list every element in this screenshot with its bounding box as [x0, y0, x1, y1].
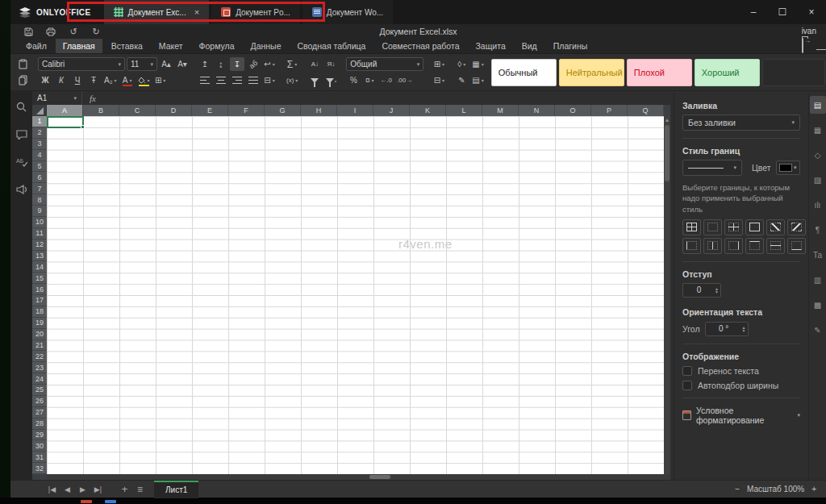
conditional-formatting-button[interactable]: Условное форматирование ▾: [682, 406, 800, 425]
search-button[interactable]: [16, 102, 27, 112]
menu-tab-Вид[interactable]: Вид: [515, 39, 544, 53]
menu-tab-Вставка[interactable]: Вставка: [104, 39, 150, 53]
tab-close-icon[interactable]: ×: [194, 7, 199, 17]
border-top-button[interactable]: [745, 238, 764, 254]
menu-tab-Защита[interactable]: Защита: [469, 39, 513, 53]
pivot-settings-button[interactable]: ▩: [810, 296, 826, 314]
select-all-corner[interactable]: [32, 105, 47, 116]
comments-button[interactable]: [16, 130, 27, 140]
column-header-O[interactable]: O: [555, 105, 591, 116]
doc-tab[interactable]: Документ Po...: [211, 0, 300, 24]
sort-descending-button[interactable]: Я↓: [323, 57, 338, 71]
sort-ascending-button[interactable]: А↓: [307, 57, 322, 71]
spinner-arrows-icon[interactable]: ▲▼: [742, 326, 748, 332]
menu-tab-Макет[interactable]: Макет: [152, 39, 190, 53]
vertical-scroll-thumb[interactable]: [665, 125, 670, 181]
border-line-style-select[interactable]: ▾: [682, 160, 742, 176]
orientation-button[interactable]: аб: [246, 57, 261, 71]
row-header-31[interactable]: 31: [32, 452, 47, 463]
chart-settings-button[interactable]: ılı: [810, 196, 826, 214]
column-header-D[interactable]: D: [156, 105, 192, 116]
minimize-button[interactable]: –: [739, 0, 768, 24]
row-header-4[interactable]: 4: [32, 150, 47, 161]
table-style-button[interactable]: ▤: [470, 73, 485, 87]
border-right-button[interactable]: [724, 238, 743, 254]
sheet-tab[interactable]: Лист1: [154, 481, 198, 498]
increase-font-button[interactable]: А▴: [159, 57, 173, 71]
border-ihorz-button[interactable]: [766, 238, 785, 254]
row-header-12[interactable]: 12: [32, 240, 47, 251]
border-none-button[interactable]: [703, 219, 722, 235]
sheet-list-button[interactable]: ≡: [132, 484, 148, 495]
clear-filter-button[interactable]: ₓ: [323, 73, 338, 87]
borders-button[interactable]: ⊞: [153, 73, 168, 87]
cell-style-Нейтральный[interactable]: Нейтральный: [559, 59, 624, 86]
row-header-8[interactable]: 8: [32, 194, 47, 206]
border-inside-button[interactable]: [724, 219, 743, 235]
close-button[interactable]: ×: [797, 0, 826, 24]
doc-tab[interactable]: Документ Wo...: [302, 0, 393, 24]
row-header-29[interactable]: 29: [32, 430, 47, 441]
zoom-out-button[interactable]: −: [735, 485, 740, 494]
fill-color-button[interactable]: [136, 73, 152, 87]
doc-tab[interactable]: Документ Exc...×: [104, 0, 210, 24]
row-header-11[interactable]: 11: [32, 228, 47, 240]
row-header-21[interactable]: 21: [32, 340, 47, 352]
number-format-select[interactable]: Общий▾: [346, 57, 423, 71]
spellcheck-button[interactable]: АБ: [16, 157, 27, 167]
decrease-decimal-button[interactable]: ←.0: [378, 73, 394, 87]
fill-handle[interactable]: [81, 125, 85, 129]
column-header-H[interactable]: H: [301, 105, 337, 116]
open-file-location-button[interactable]: [802, 39, 803, 53]
align-middle-button[interactable]: ↨: [214, 57, 228, 71]
border-diag-down-button[interactable]: [787, 219, 806, 235]
first-sheet-button[interactable]: |◀: [44, 485, 60, 494]
insert-cells-button[interactable]: ⊞: [432, 57, 446, 71]
image-settings-button[interactable]: ▨: [810, 171, 826, 189]
maximize-button[interactable]: ☐: [768, 0, 797, 24]
column-header-M[interactable]: M: [482, 105, 519, 116]
save-button[interactable]: [19, 25, 38, 38]
menu-tab-Совместная работа[interactable]: Совместная работа: [374, 39, 466, 53]
print-button[interactable]: [41, 25, 60, 38]
subscript-button[interactable]: А₂: [102, 73, 119, 87]
checkbox[interactable]: [682, 381, 692, 390]
row-header-2[interactable]: 2: [32, 127, 47, 139]
bold-button[interactable]: Ж: [38, 73, 52, 87]
column-header-E[interactable]: E: [192, 105, 228, 116]
clear-button[interactable]: ◊: [454, 57, 469, 71]
font-name-select[interactable]: Calibri▾: [38, 57, 125, 71]
format-painter-button[interactable]: ✎: [454, 73, 469, 87]
row-header-5[interactable]: 5: [32, 161, 47, 173]
shape-settings-button[interactable]: ◇: [810, 146, 826, 164]
autosum-button[interactable]: Σ: [285, 57, 299, 71]
column-header-N[interactable]: N: [519, 105, 555, 116]
paste-button[interactable]: [15, 57, 30, 71]
border-all-button[interactable]: [682, 219, 701, 235]
row-header-32[interactable]: 32: [32, 463, 47, 474]
last-sheet-button[interactable]: ▶|: [90, 485, 106, 494]
column-header-Q[interactable]: Q: [628, 105, 664, 116]
row-header-20[interactable]: 20: [32, 329, 47, 340]
row-header-18[interactable]: 18: [32, 306, 47, 318]
next-sheet-button[interactable]: ▶: [75, 485, 90, 494]
row-header-13[interactable]: 13: [32, 251, 47, 262]
spinner-arrows-icon[interactable]: ▲▼: [715, 287, 720, 294]
row-header-10[interactable]: 10: [32, 217, 47, 228]
accounting-style-button[interactable]: ¤: [362, 73, 377, 87]
insert-function-button[interactable]: fx: [82, 94, 103, 103]
row-header-25[interactable]: 25: [32, 385, 47, 396]
font-color-button[interactable]: А: [120, 73, 135, 87]
align-top-button[interactable]: ↥: [198, 57, 212, 71]
column-header-P[interactable]: P: [591, 105, 628, 116]
feedback-button[interactable]: [16, 185, 27, 194]
border-left-button[interactable]: [682, 238, 701, 254]
slicer-settings-button[interactable]: ▥: [810, 271, 826, 289]
underline-button[interactable]: Ч: [70, 73, 85, 87]
fill-select[interactable]: Без заливки ▾: [682, 115, 800, 131]
menu-tab-Сводная таблица[interactable]: Сводная таблица: [290, 39, 373, 53]
menu-tab-Главная[interactable]: Главная: [56, 39, 102, 53]
border-ivert-button[interactable]: [703, 238, 722, 254]
align-justify-button[interactable]: [246, 73, 261, 87]
scroll-up-arrow[interactable]: ▲: [664, 116, 670, 124]
